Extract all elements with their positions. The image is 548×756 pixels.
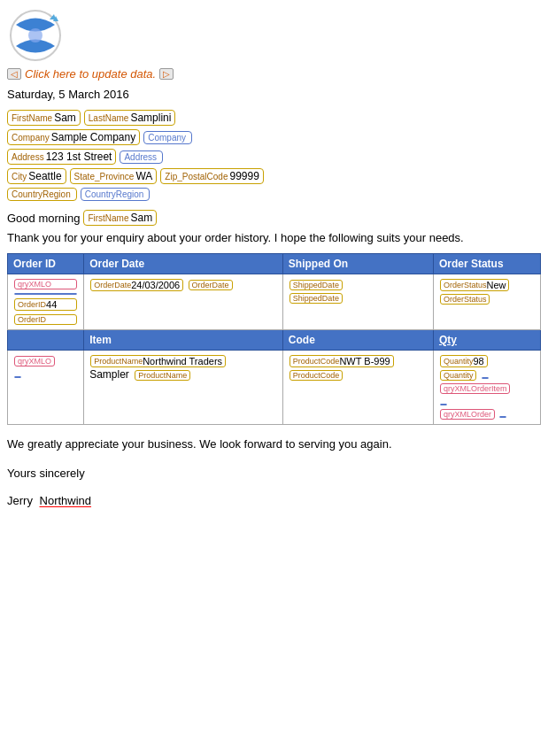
sub-col-empty [8,330,84,351]
quantity-label2: Quantity [444,371,474,380]
item-name-cell: ProductName Northwind Traders Sampler Pr… [84,351,283,425]
zip-value: 99999 [229,170,259,182]
productname-tag: ProductName Northwind Traders [90,355,226,367]
code-cell: ProductCode NWT B-999 ProductCode [282,351,433,425]
orderstatus-tag2: OrderStatus [440,294,490,305]
shipped-on-cell: ShippedDate ShippedDate [282,274,433,330]
col-order-status: Order Status [433,254,540,274]
orderid-value: 44 [46,299,57,310]
address-value: 123 1st Street [46,150,112,163]
appreciate-text: We greatly appreciate your business. We … [7,437,541,451]
orderdate-value: 24/03/2006 [131,280,180,290]
orderid-label2: OrderID [18,315,46,324]
orderstatus-tag: OrderStatus New [440,279,510,291]
sub-col-qty: Qty [433,330,540,351]
sub-col-code: Code [282,330,433,351]
productcode-value: NWT B-999 [339,356,390,366]
sub-col-item: Item [84,330,283,351]
productname-value: Northwind Traders [143,356,222,366]
shippeddate-tag: ShippedDate [289,280,343,290]
zip-tag: Zip_PostalCode 99999 [160,168,264,184]
country-row: CountryRegion CountryRegion [7,188,541,201]
right-arrow-button[interactable]: ▷ [159,68,174,80]
lastname-label: LastName [89,113,129,123]
location-row: City Seattle State_Province WA Zip_Posta… [7,168,541,184]
quantity-label: Quantity [444,357,474,366]
qry-label-2: qryXMLO [18,357,51,366]
order-status-cell: OrderStatus New OrderStatus [433,274,540,330]
quantity-value: 98 [473,356,483,366]
item-empty-cell: qryXMLO [8,351,84,425]
thank-you-text: Thank you for your enquiry about your or… [7,231,541,244]
productname-label2: ProductName [138,371,187,380]
country-tag2-label: CountryRegion [85,189,144,199]
shippeddate-label: ShippedDate [293,281,339,289]
quantity-tag2: Quantity [440,370,477,381]
order-id-cell: qryXMLO OrderID 44 OrderID [8,274,84,330]
svg-point-1 [28,28,42,42]
yours-sincerely: Yours sincerely [7,467,541,480]
orderdate-tag2: OrderDate [189,280,233,290]
orderstatus-label: OrderStatus [444,281,487,289]
firstname-value: Sam [54,112,76,124]
date-text: Saturday, 5 March 2016 [7,88,129,101]
item-row: qryXMLO ProductName Northwind Traders [8,351,541,425]
greeting-text: Good morning [7,212,80,225]
productcode-tag: ProductCode NWT B-999 [289,355,394,367]
qryorder-label: qryXMLOrder [444,410,491,419]
col-shipped-on: Shipped On [282,254,433,274]
shippeddate-label2: ShippedDate [293,294,339,303]
qryitem-tag: qryXMLOrderItem [440,383,511,394]
date-line: Saturday, 5 March 2016 [7,88,541,101]
orderstatus-value: New [486,280,506,290]
col-order-date: Order Date [84,254,283,274]
company-label: Company [12,133,50,143]
qry-label-1: qryXMLO [18,280,51,289]
sig-company: Northwind [40,494,92,507]
address-tag2-label: Address [124,152,157,162]
small-tag-1 [14,293,77,295]
orderdate-tag: OrderDate 24/03/2006 [90,279,183,291]
shippeddate-tag2: ShippedDate [289,293,343,304]
productcode-tag2: ProductCode [289,370,343,381]
orderdate-label: OrderDate [94,281,131,289]
signature-block: Yours sincerely Jerry Northwind [7,467,541,507]
greeting-firstname-tag: FirstName Sam [83,210,157,226]
col-order-id: Order ID [8,254,84,274]
zip-label: Zip_PostalCode [165,172,228,181]
order-table: Order ID Order Date Shipped On Order Sta… [7,253,541,425]
qryorder-tag: qryXMLOrder [440,409,495,420]
firstname-label: FirstName [12,113,52,123]
table-row: qryXMLO OrderID 44 OrderID [8,274,541,330]
update-text: Click here to update data. [25,67,156,81]
sub-header-row: Item Code Qty [8,330,541,351]
left-arrow-button[interactable]: ◁ [7,68,21,80]
orderdate-label2: OrderDate [192,281,229,289]
orderstatus-label2: OrderStatus [444,295,487,304]
productname-tag2: ProductName [135,370,190,381]
orderid-tag: OrderID 44 [14,298,77,311]
quantity-tag: Quantity 98 [440,355,488,367]
logo-container [7,7,541,67]
table-header-row: Order ID Order Date Shipped On Order Sta… [8,254,541,274]
state-tag: State_Province WA [70,168,158,184]
country-label: CountryRegion [12,189,71,199]
qty-cell: Quantity 98 Quantity qryXMLOrderItem [433,351,540,425]
qry-tag-2: qryXMLO [14,356,55,366]
productname-sub: Sampler [89,368,129,381]
update-bar[interactable]: ◁ Click here to update data. ▷ [7,67,541,81]
qryitem-small-tag [440,404,447,405]
greeting-firstname-value: Sam [131,212,153,224]
sig-prefix: Jerry [7,494,33,507]
country-tag: CountryRegion [7,188,77,201]
greeting-line: Good morning FirstName Sam [7,210,541,226]
productname-label: ProductName [94,357,143,366]
address-row: Address 123 1st Street Address [7,149,541,165]
company-tag2: Company [143,131,192,144]
company-tag: Company Sample Company [7,129,140,145]
productcode-label: ProductCode [293,357,340,366]
qryorder-small-tag [499,416,506,418]
greeting-firstname-label: FirstName [88,213,128,223]
company-row: Company Sample Company Company [7,129,541,145]
state-label: State_Province [74,172,135,181]
